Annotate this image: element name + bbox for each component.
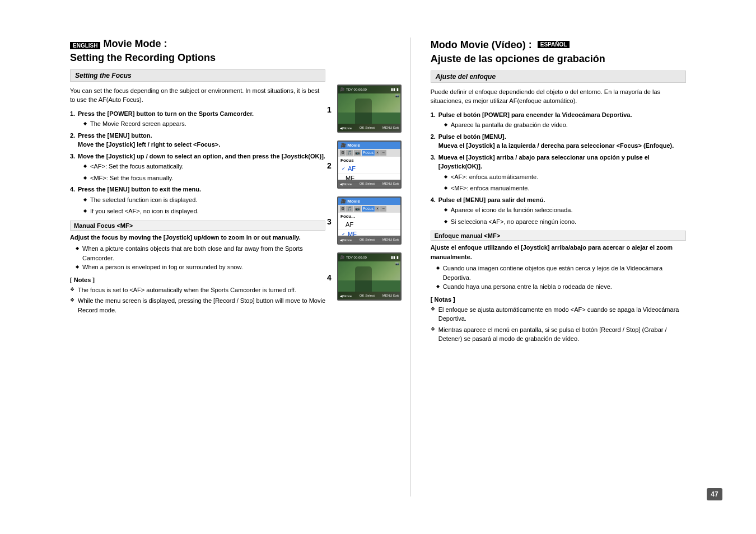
right-step-1: 1. Pulse el botón [POWER] para encender …	[431, 110, 686, 130]
left-mf-bullet-1: When a picture contains objects that are…	[76, 244, 325, 263]
right-step-4-text: Pulse el [MENU] para salir del menú.	[438, 196, 545, 203]
camera-screen-2-wrapper: 2 🎥 Movie ⚙ 🎵 📷 Focus × → Focus ✓ AF	[337, 140, 402, 191]
left-title-block: ENGLISHMovie Mode : Setting the Recordin…	[70, 38, 325, 65]
right-step-1-bullet-1: Aparece la pantalla de grabación de víde…	[444, 120, 686, 130]
left-step-4-bullet-2: If you select <AF>, no icon is displayed…	[83, 207, 325, 216]
cam-af-option-3: AF	[338, 220, 400, 229]
right-notes-title: [ Notas ]	[431, 296, 686, 303]
cam-bottom-bar-2: ◀Movie OK Select MENU Exit	[338, 180, 400, 188]
right-mf-bullet-2: Cuando haya una persona entre la niebla …	[436, 282, 686, 292]
right-title-line1: Modo Movie (Vídeo) :	[431, 39, 532, 51]
center-divider	[410, 38, 411, 496]
right-step-4: 4. Pulse el [MENU] para salir del menú. …	[431, 195, 686, 227]
left-step-1: 1. Press the [POWER] button to turn on t…	[70, 109, 325, 129]
english-badge: ENGLISH	[70, 42, 100, 49]
espanol-badge: ESPAÑOL	[538, 41, 570, 48]
camera-screens-column: 1 🎥 TDY 00:00:00 ▮▮ ▮ 📷 ◀Movie OK Select	[337, 38, 402, 496]
left-step-1-text: Press the [POWER] button to turn on the …	[78, 110, 254, 117]
left-step-3-bullet-1: <AF>: Set the focus automatically.	[83, 162, 325, 171]
cam-number-3: 3	[327, 217, 332, 226]
left-column: ENGLISHMovie Mode : Setting the Recordin…	[70, 38, 337, 496]
left-note-1: The focus is set to <AF> automatically w…	[70, 285, 325, 295]
cam-menu-title-2: 🎥 Movie	[338, 142, 400, 149]
right-step-3: 3. Mueva el [Joystick] arriba / abajo pa…	[431, 153, 686, 193]
content-area: ENGLISHMovie Mode : Setting the Recordin…	[70, 38, 686, 496]
cam-number-1: 1	[327, 105, 332, 114]
left-step-4: 4. Press the [MENU] button to exit the m…	[70, 185, 325, 216]
left-notes-title: [ Notes ]	[70, 277, 325, 283]
cam-bottom-bar-4: ◀Movie OK Select MENU Exit	[338, 292, 400, 299]
camera-screen-4-wrapper: 4 🎥 TDY 00:00:00 ▮▮ ▮ 📷 ◀Movie OK Select	[337, 252, 402, 303]
cam-af-option: ✓ AF	[338, 164, 400, 174]
left-notes: [ Notes ] The focus is set to <AF> autom…	[70, 277, 325, 315]
left-section-header: Setting the Focus	[70, 69, 325, 82]
cam-person-4	[355, 266, 372, 292]
right-notes: [ Notas ] El enfoque se ajusta automátic…	[431, 296, 686, 344]
right-intro: Puede definir el enfoque dependiendo del…	[431, 87, 686, 106]
right-step-3-text: Mueva el [Joystick] arriba / abajo para …	[438, 154, 650, 170]
camera-screen-3: 🎥 Movie ⚙ 🎵 📷 Focus × → Focu... AF	[337, 196, 402, 245]
right-step-3-bullet-2: <MF>: enfoca manualmente.	[444, 184, 686, 193]
cam-top-bar-4: 🎥 TDY 00:00:00 ▮▮ ▮	[338, 254, 400, 261]
page: ENGLISHMovie Mode : Setting the Recordin…	[0, 0, 756, 534]
right-manual-focus-bullets: Cuando una imagen contiene objetos que e…	[431, 264, 686, 292]
left-manual-focus-title: Manual Focus <MF>	[70, 221, 325, 231]
left-step-2: 2. Press the [MENU] button.Move the [Joy…	[70, 131, 325, 149]
left-intro: You can set the focus depending on the s…	[70, 86, 325, 105]
right-manual-focus-body: Ajuste el enfoque utilizando el [Joystic…	[431, 243, 686, 261]
right-steps-list: 1. Pulse el botón [POWER] para encender …	[431, 110, 686, 227]
cam-number-4: 4	[327, 273, 332, 282]
right-column: Modo Movie (Vídeo) : ESPAÑOL Ajuste de l…	[419, 38, 686, 496]
right-title-block: Modo Movie (Vídeo) : ESPAÑOL Ajuste de l…	[431, 38, 686, 66]
cam-bottom-bar-3: ◀Movie OK Select MENU Exit	[338, 236, 400, 243]
cam-number-2: 2	[327, 161, 332, 170]
left-title-line2: Setting the Recording Options	[70, 51, 325, 64]
right-step-4-bullet-2: Si selecciona <AF>, no aparece ningún ic…	[444, 217, 686, 227]
left-manual-focus-bullets: When a picture contains objects that are…	[70, 244, 325, 272]
camera-screen-3-wrapper: 3 🎥 Movie ⚙ 🎵 📷 Focus × → Focu... AF	[337, 196, 402, 247]
left-step-4-text: Press the [MENU] button to exit the menu…	[78, 186, 201, 193]
left-step-3-text: Move the [Joystick] up / down to select …	[78, 153, 325, 160]
right-step-2-text: Pulse el botón [MENU].Mueva el [Joystick…	[438, 133, 674, 149]
left-title-line1: Movie Mode :	[103, 38, 167, 49]
right-section-header: Ajuste del enfoque	[431, 71, 686, 83]
page-number: 47	[707, 488, 722, 500]
camera-screen-2: 🎥 Movie ⚙ 🎵 📷 Focus × → Focus ✓ AF	[337, 140, 402, 189]
left-step-3-bullet-2: <MF>: Set the focus manually.	[83, 174, 325, 183]
cam-top-bar-1: 🎥 TDY 00:00:00 ▮▮ ▮	[338, 86, 400, 93]
right-title-line2: Ajuste de las opciones de grabación	[431, 53, 686, 65]
left-step-2-text: Press the [MENU] button.Move the [Joysti…	[78, 132, 220, 148]
right-step-1-text: Pulse el botón [POWER] para encender la …	[438, 111, 632, 118]
right-step-3-bullet-1: <AF>: enfoca automáticamente.	[444, 172, 686, 182]
cam-bottom-bar-1: ◀Movie OK Select MENU Exit	[338, 124, 400, 132]
right-note-2: Mientras aparece el menú en pantalla, si…	[431, 325, 686, 344]
left-step-4-bullet-1: The selected function icon is displayed.	[83, 195, 325, 205]
camera-screen-4: 🎥 TDY 00:00:00 ▮▮ ▮ 📷 ◀Movie OK Select M…	[337, 252, 402, 301]
cam-person-1	[355, 99, 372, 124]
left-manual-focus-body: Adjust the focus by moving the [Joystick…	[70, 233, 325, 242]
left-note-2: While the menu screen is displayed, pres…	[70, 296, 325, 315]
cam-menu-title-3: 🎥 Movie	[338, 198, 400, 205]
right-step-4-bullet-1: Aparece el icono de la función seleccion…	[444, 205, 686, 215]
right-manual-focus-title: Enfoque manual <MF>	[431, 231, 686, 241]
left-mf-bullet-2: When a person is enveloped in fog or sur…	[76, 263, 325, 272]
camera-screen-1: 🎥 TDY 00:00:00 ▮▮ ▮ 📷 ◀Movie OK Select M…	[337, 85, 402, 133]
left-steps-list: 1. Press the [POWER] button to turn on t…	[70, 109, 325, 216]
right-mf-bullet-1: Cuando una imagen contiene objetos que e…	[436, 264, 686, 282]
left-step-1-bullet-1: The Movie Record screen appears.	[83, 119, 325, 129]
left-step-3: 3. Move the [Joystick] up / down to sele…	[70, 152, 325, 183]
right-step-2: 2. Pulse el botón [MENU].Mueva el [Joyst…	[431, 132, 686, 151]
camera-screen-1-wrapper: 1 🎥 TDY 00:00:00 ▮▮ ▮ 📷 ◀Movie OK Select	[337, 85, 402, 135]
right-note-1: El enfoque se ajusta automáticamente en …	[431, 305, 686, 324]
